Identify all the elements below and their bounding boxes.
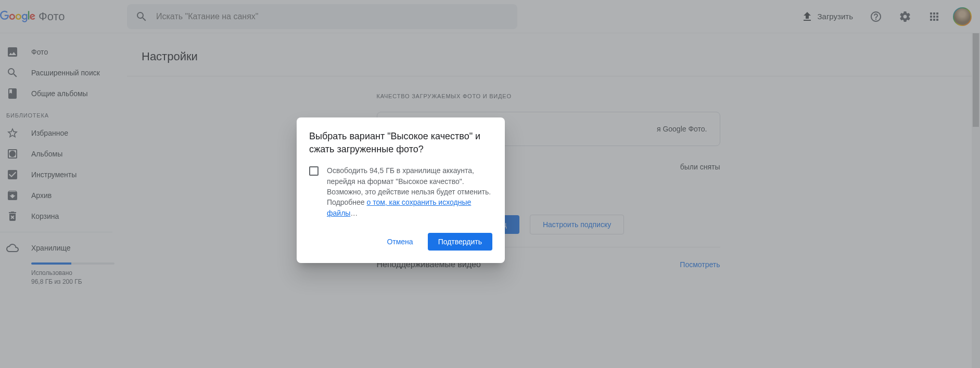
dialog-title: Выбрать вариант "Высокое качество" и сжа… — [309, 130, 492, 156]
confirm-button[interactable]: Подтвердить — [428, 233, 492, 251]
dialog-actions: Отмена Подтвердить — [309, 233, 492, 251]
confirm-dialog: Выбрать вариант "Высокое качество" и сжа… — [297, 117, 505, 263]
dialog-body: Освободить 94,5 ГБ в хранилище аккаунта,… — [309, 165, 492, 218]
dialog-text: Освободить 94,5 ГБ в хранилище аккаунта,… — [327, 165, 492, 218]
cancel-button[interactable]: Отмена — [376, 233, 423, 251]
dialog-checkbox[interactable] — [309, 166, 319, 176]
